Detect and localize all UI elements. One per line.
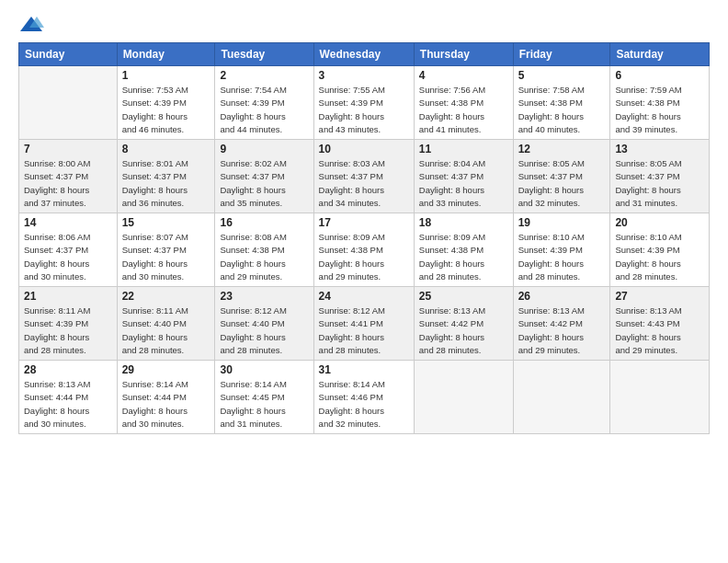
- calendar-cell: 22Sunrise: 8:11 AMSunset: 4:40 PMDayligh…: [117, 287, 215, 361]
- day-number: 21: [24, 290, 112, 303]
- calendar-cell: 31Sunrise: 8:14 AMSunset: 4:46 PMDayligh…: [313, 361, 414, 434]
- calendar-table: SundayMondayTuesdayWednesdayThursdayFrid…: [18, 42, 710, 434]
- page-header: [18, 15, 710, 35]
- day-number: 8: [122, 143, 210, 155]
- calendar-cell: 30Sunrise: 8:14 AMSunset: 4:45 PMDayligh…: [215, 361, 313, 434]
- calendar-cell: 27Sunrise: 8:13 AMSunset: 4:43 PMDayligh…: [610, 287, 710, 361]
- day-info: Sunrise: 8:06 AMSunset: 4:37 PMDaylight:…: [24, 231, 112, 283]
- calendar-day-header: Thursday: [414, 43, 513, 66]
- logo: [18, 15, 48, 35]
- calendar-cell: [414, 361, 513, 434]
- calendar-cell: 20Sunrise: 8:10 AMSunset: 4:39 PMDayligh…: [610, 213, 710, 287]
- day-number: 29: [122, 363, 210, 376]
- day-number: 3: [319, 69, 409, 82]
- day-number: 25: [419, 290, 508, 303]
- day-info: Sunrise: 8:05 AMSunset: 4:37 PMDaylight:…: [615, 157, 704, 210]
- day-info: Sunrise: 8:09 AMSunset: 4:38 PMDaylight:…: [419, 231, 508, 283]
- calendar-cell: 25Sunrise: 8:13 AMSunset: 4:42 PMDayligh…: [414, 287, 513, 361]
- calendar-day-header: Saturday: [610, 43, 710, 66]
- calendar-week-row: 7Sunrise: 8:00 AMSunset: 4:37 PMDaylight…: [19, 140, 710, 213]
- day-info: Sunrise: 8:02 AMSunset: 4:37 PMDaylight:…: [220, 157, 308, 210]
- day-number: 7: [24, 143, 112, 155]
- calendar-cell: [19, 66, 118, 140]
- day-info: Sunrise: 8:04 AMSunset: 4:37 PMDaylight:…: [419, 157, 508, 210]
- day-number: 27: [615, 290, 704, 303]
- day-number: 14: [24, 216, 112, 229]
- day-number: 2: [220, 69, 308, 82]
- day-number: 11: [419, 143, 508, 155]
- day-number: 12: [518, 143, 606, 155]
- day-info: Sunrise: 8:13 AMSunset: 4:42 PMDaylight:…: [518, 304, 606, 357]
- calendar-cell: 21Sunrise: 8:11 AMSunset: 4:39 PMDayligh…: [19, 287, 118, 361]
- calendar-cell: 9Sunrise: 8:02 AMSunset: 4:37 PMDaylight…: [215, 140, 313, 213]
- calendar-cell: 5Sunrise: 7:58 AMSunset: 4:38 PMDaylight…: [513, 66, 610, 140]
- day-info: Sunrise: 8:09 AMSunset: 4:38 PMDaylight:…: [319, 231, 409, 283]
- day-number: 23: [220, 290, 308, 303]
- calendar-cell: 3Sunrise: 7:55 AMSunset: 4:39 PMDaylight…: [313, 66, 414, 140]
- calendar-cell: 24Sunrise: 8:12 AMSunset: 4:41 PMDayligh…: [313, 287, 414, 361]
- calendar-week-row: 28Sunrise: 8:13 AMSunset: 4:44 PMDayligh…: [19, 361, 710, 434]
- day-info: Sunrise: 8:14 AMSunset: 4:44 PMDaylight:…: [122, 378, 210, 431]
- day-number: 10: [319, 143, 409, 155]
- day-info: Sunrise: 8:12 AMSunset: 4:41 PMDaylight:…: [319, 304, 409, 357]
- day-number: 30: [220, 363, 308, 376]
- calendar-cell: 18Sunrise: 8:09 AMSunset: 4:38 PMDayligh…: [414, 213, 513, 287]
- day-info: Sunrise: 8:10 AMSunset: 4:39 PMDaylight:…: [615, 231, 704, 283]
- day-number: 22: [122, 290, 210, 303]
- day-info: Sunrise: 7:54 AMSunset: 4:39 PMDaylight:…: [220, 84, 308, 136]
- day-number: 4: [419, 69, 508, 82]
- day-number: 19: [518, 216, 606, 229]
- day-number: 17: [319, 216, 409, 229]
- day-info: Sunrise: 7:59 AMSunset: 4:38 PMDaylight:…: [615, 84, 704, 136]
- calendar-cell: [513, 361, 610, 434]
- day-info: Sunrise: 8:05 AMSunset: 4:37 PMDaylight:…: [518, 157, 606, 210]
- day-number: 13: [615, 143, 704, 155]
- calendar-cell: 13Sunrise: 8:05 AMSunset: 4:37 PMDayligh…: [610, 140, 710, 213]
- day-info: Sunrise: 8:13 AMSunset: 4:42 PMDaylight:…: [419, 304, 508, 357]
- calendar-cell: 2Sunrise: 7:54 AMSunset: 4:39 PMDaylight…: [215, 66, 313, 140]
- day-info: Sunrise: 8:13 AMSunset: 4:43 PMDaylight:…: [615, 304, 704, 357]
- day-info: Sunrise: 8:08 AMSunset: 4:38 PMDaylight:…: [220, 231, 308, 283]
- day-info: Sunrise: 8:13 AMSunset: 4:44 PMDaylight:…: [24, 378, 112, 431]
- day-info: Sunrise: 8:14 AMSunset: 4:46 PMDaylight:…: [319, 378, 409, 431]
- day-number: 1: [122, 69, 210, 82]
- day-number: 16: [220, 216, 308, 229]
- calendar-cell: 11Sunrise: 8:04 AMSunset: 4:37 PMDayligh…: [414, 140, 513, 213]
- calendar-day-header: Tuesday: [215, 43, 313, 66]
- calendar-cell: 19Sunrise: 8:10 AMSunset: 4:39 PMDayligh…: [513, 213, 610, 287]
- calendar-cell: 1Sunrise: 7:53 AMSunset: 4:39 PMDaylight…: [117, 66, 215, 140]
- calendar-cell: 12Sunrise: 8:05 AMSunset: 4:37 PMDayligh…: [513, 140, 610, 213]
- day-number: 9: [220, 143, 308, 155]
- calendar-cell: 6Sunrise: 7:59 AMSunset: 4:38 PMDaylight…: [610, 66, 710, 140]
- calendar-header-row: SundayMondayTuesdayWednesdayThursdayFrid…: [19, 43, 710, 66]
- calendar-cell: 23Sunrise: 8:12 AMSunset: 4:40 PMDayligh…: [215, 287, 313, 361]
- day-number: 31: [319, 363, 409, 376]
- calendar-cell: 4Sunrise: 7:56 AMSunset: 4:38 PMDaylight…: [414, 66, 513, 140]
- calendar-cell: 15Sunrise: 8:07 AMSunset: 4:37 PMDayligh…: [117, 213, 215, 287]
- calendar-cell: 26Sunrise: 8:13 AMSunset: 4:42 PMDayligh…: [513, 287, 610, 361]
- calendar-cell: 10Sunrise: 8:03 AMSunset: 4:37 PMDayligh…: [313, 140, 414, 213]
- day-info: Sunrise: 8:11 AMSunset: 4:39 PMDaylight:…: [24, 304, 112, 357]
- calendar-cell: 29Sunrise: 8:14 AMSunset: 4:44 PMDayligh…: [117, 361, 215, 434]
- day-number: 5: [518, 69, 606, 82]
- calendar-cell: 28Sunrise: 8:13 AMSunset: 4:44 PMDayligh…: [19, 361, 118, 434]
- calendar-week-row: 21Sunrise: 8:11 AMSunset: 4:39 PMDayligh…: [19, 287, 710, 361]
- calendar-cell: 16Sunrise: 8:08 AMSunset: 4:38 PMDayligh…: [215, 213, 313, 287]
- day-info: Sunrise: 8:03 AMSunset: 4:37 PMDaylight:…: [319, 157, 409, 210]
- day-info: Sunrise: 8:12 AMSunset: 4:40 PMDaylight:…: [220, 304, 308, 357]
- day-info: Sunrise: 7:55 AMSunset: 4:39 PMDaylight:…: [319, 84, 409, 136]
- calendar-cell: [610, 361, 710, 434]
- day-number: 15: [122, 216, 210, 229]
- day-info: Sunrise: 7:53 AMSunset: 4:39 PMDaylight:…: [122, 84, 210, 136]
- day-number: 28: [24, 363, 112, 376]
- day-number: 18: [419, 216, 508, 229]
- day-info: Sunrise: 8:14 AMSunset: 4:45 PMDaylight:…: [220, 378, 308, 431]
- day-info: Sunrise: 8:07 AMSunset: 4:37 PMDaylight:…: [122, 231, 210, 283]
- calendar-cell: 17Sunrise: 8:09 AMSunset: 4:38 PMDayligh…: [313, 213, 414, 287]
- day-info: Sunrise: 7:58 AMSunset: 4:38 PMDaylight:…: [518, 84, 606, 136]
- calendar-day-header: Monday: [117, 43, 215, 66]
- day-info: Sunrise: 8:10 AMSunset: 4:39 PMDaylight:…: [518, 231, 606, 283]
- logo-icon: [18, 15, 44, 35]
- calendar-week-row: 14Sunrise: 8:06 AMSunset: 4:37 PMDayligh…: [19, 213, 710, 287]
- day-number: 26: [518, 290, 606, 303]
